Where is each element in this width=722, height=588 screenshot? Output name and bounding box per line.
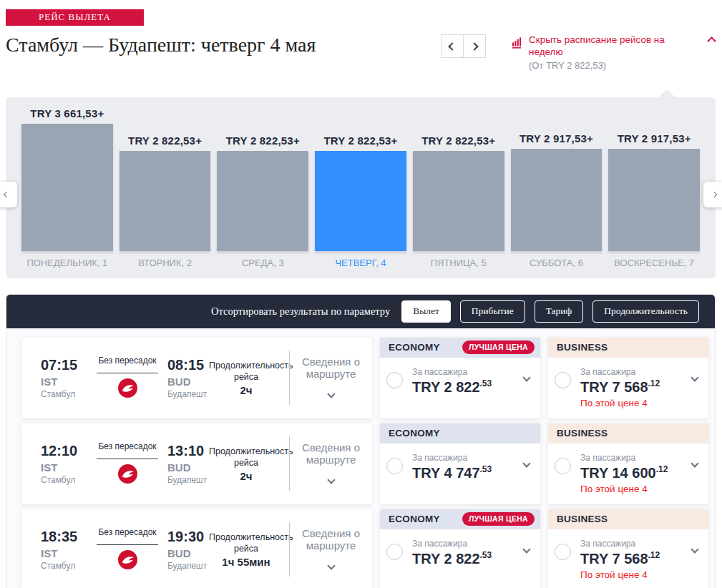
duration-label: Продолжительность рейса [209,360,283,383]
departure-city: Стамбул [41,475,91,485]
route-details-toggle[interactable]: Сведения о маршруте [290,441,372,486]
duration-label: Продолжительность рейса [209,531,283,555]
route-details-toggle[interactable]: Сведения о маршруте [290,356,372,400]
schedule-toggle-price: (От TRY 2 822,53) [529,60,701,71]
schedule-toggle-label[interactable]: Скрыть расписание рейсов на неделю [529,34,701,59]
day-column-saturday[interactable]: TRY 2 917,53+ СУББОТА, 6 [511,132,603,269]
business-expand-chevron[interactable] [691,545,698,553]
day-column-tuesday[interactable]: TRY 2 822,53+ ВТОРНИК, 2 [119,134,211,269]
day-column-wednesday[interactable]: TRY 2 822,53+ СРЕДА, 3 [217,134,308,269]
sort-button-fare[interactable]: Тариф [535,300,584,323]
strip-next-button[interactable] [703,182,722,207]
departure-time: 12:10 [41,443,91,459]
arrival-time: 08:15 [167,357,205,373]
arrival-time: 19:30 [167,529,205,545]
day-column-monday[interactable]: TRY 3 661,53+ ПОНЕДЕЛЬНИК, 1 [21,107,113,269]
day-price-bar [413,151,504,251]
arrival-airport-code: BUD [167,376,205,388]
business-fare-radio[interactable] [555,372,571,388]
day-price-bar [119,151,211,251]
duration-value: 1ч 55мин [209,556,283,568]
turkish-airlines-logo-icon [97,550,158,572]
business-price: TRY 7 568.12 [580,378,660,396]
business-header: BUSINESS [548,338,708,358]
business-fare-body: За пассажира TRY 7 568.12 По этой цене 4 [548,358,708,409]
economy-fare-radio[interactable] [386,544,403,560]
chevron-up-icon[interactable] [707,36,716,46]
duration-block: Продолжительность рейса 1ч 55мин [209,531,283,569]
economy-header: ECONOMY [380,423,540,444]
flight-row: 12:10 IST Стамбул Без пересадок 13:10 BU… [21,423,715,504]
cabin-label: BUSINESS [557,342,608,353]
business-fare-radio[interactable] [555,458,571,474]
departure-flight-badge: РЕЙС ВЫЛЕТА [6,9,144,26]
day-price-bar [217,151,308,251]
economy-price: TRY 2 822.53 [412,550,492,567]
day-price-bar [511,149,603,251]
business-expand-chevron[interactable] [691,459,698,467]
departure-time: 18:35 [41,529,91,545]
per-passenger-label: За пассажира [580,367,660,377]
page-title: Стамбул — Будапешт: четверг 4 мая [6,34,316,57]
stops-label: Без пересадок [97,356,158,366]
chevron-down-icon [327,476,335,484]
day-label: ПОНЕДЕЛЬНИК, 1 [26,258,107,269]
business-fare-radio[interactable] [555,544,571,560]
weekly-schedule-toggle[interactable]: Скрыть расписание рейсов на неделю (От T… [512,34,715,71]
economy-fare-radio[interactable] [386,372,403,388]
economy-header: ECONOMY ЛУЧШАЯ ЦЕНА [380,338,540,358]
cabin-label: BUSINESS [557,428,608,438]
best-price-badge: ЛУЧШАЯ ЦЕНА [462,512,535,526]
route-details-toggle[interactable]: Сведения о маршруте [290,527,372,572]
day-price: TRY 2 917,53+ [519,132,593,144]
chevron-left-icon [448,42,456,50]
strip-notch [658,89,675,97]
next-day-button[interactable] [463,34,486,58]
day-price: TRY 2 917,53+ [618,132,691,144]
arrival-block: 19:30 BUD Будапешт [167,529,205,571]
day-column-sunday[interactable]: TRY 2 917,53+ ВОСКРЕСЕНЬЕ, 7 [608,132,700,269]
day-price: TRY 3 661,53+ [30,107,104,119]
prev-day-button[interactable] [441,34,464,58]
day-column-thursday[interactable]: TRY 2 822,53+ ЧЕТВЕРГ, 4 [315,134,406,269]
per-passenger-label: За пассажира [412,367,492,377]
chevron-right-icon [711,192,717,197]
day-price-bar [21,124,113,251]
day-column-friday[interactable]: TRY 2 822,53+ ПЯТНИЦА, 5 [413,134,504,269]
per-passenger-label: За пассажира [412,453,492,463]
day-label: СУББОТА, 6 [530,258,583,269]
arrival-time: 13:10 [167,443,205,459]
strip-prev-button[interactable] [0,182,17,207]
route-line [97,373,158,373]
economy-header: ECONOMY ЛУЧШАЯ ЦЕНА [380,509,540,529]
departure-airport-code: IST [41,547,91,559]
departure-time: 07:15 [41,357,91,373]
header-controls: Скрыть расписание рейсов на неделю (От T… [441,34,715,71]
weekly-price-strip: TRY 3 661,53+ ПОНЕДЕЛЬНИК, 1 TRY 2 822,5… [6,97,716,278]
bar-chart-icon [512,37,522,52]
chevron-left-icon [4,192,9,197]
flight-row: 07:15 IST Стамбул Без пересадок 08:15 BU… [21,338,715,418]
economy-fare-radio[interactable] [386,458,403,474]
economy-expand-chevron[interactable] [522,545,530,553]
business-fare-card: BUSINESS За пассажира TRY 7 568.12 По эт… [548,509,708,588]
business-expand-chevron[interactable] [691,373,698,381]
duration-value: 2ч [209,470,283,482]
sort-button-duration[interactable]: Продолжительность [592,300,699,323]
day-price-bar [608,149,700,251]
economy-fare-body: За пассажира TRY 4 747.53 [380,444,540,481]
sort-button-arrival[interactable]: Прибытие [460,300,525,323]
economy-expand-chevron[interactable] [522,459,530,467]
duration-block: Продолжительность рейса 2ч [209,360,283,397]
departure-block: 07:15 IST Стамбул [41,357,91,399]
economy-expand-chevron[interactable] [522,373,530,381]
per-passenger-label: За пассажира [580,539,660,549]
business-fare-card: BUSINESS За пассажира TRY 14 600.12 По э… [548,423,708,504]
departure-city: Стамбул [41,561,91,571]
day-price: TRY 2 822,53+ [421,134,495,147]
day-label: ПЯТНИЦА, 5 [431,258,487,269]
flight-info-card: 18:35 IST Стамбул Без пересадок 19:30 BU… [21,509,372,588]
sort-button-departure[interactable]: Вылет [401,300,451,323]
per-passenger-label: За пассажира [580,453,668,463]
economy-fare-card: ECONOMY ЛУЧШАЯ ЦЕНА За пассажира TRY 2 8… [380,338,540,418]
